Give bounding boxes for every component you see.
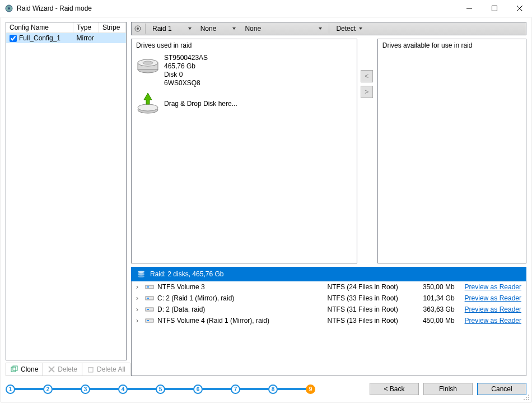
- step-2[interactable]: 2: [43, 385, 81, 394]
- drive-disknum: Disk 0: [164, 71, 208, 79]
- config-list[interactable]: Config Name Type Stripe Full_Config_1 Mi…: [6, 22, 127, 360]
- wizard-steps: 1 2 3 4 5 6 7 8 9: [6, 385, 365, 394]
- volume-icon: [145, 316, 154, 325]
- back-button[interactable]: < Back: [370, 383, 419, 395]
- transfer-buttons: < >: [361, 39, 374, 263]
- raid-summary-text: Raid: 2 disks, 465,76 Gb: [150, 270, 223, 278]
- window-title: Raid Wizard - Raid mode: [17, 4, 456, 12]
- trash-icon: [87, 365, 95, 373]
- raid-dropdown[interactable]: Raid 1: [149, 25, 195, 33]
- config-row-name: Full_Config_1: [19, 34, 60, 42]
- raid-volume-list: › NTFS Volume 3 NTFS (24 Files in Root) …: [131, 281, 526, 376]
- config-row-type: Mirror: [73, 33, 99, 44]
- chevron-right-icon[interactable]: ›: [136, 294, 142, 302]
- disk-stack-icon: [137, 270, 146, 279]
- volume-icon: [145, 294, 154, 303]
- finish-button[interactable]: Finish: [423, 383, 473, 395]
- preview-link[interactable]: Preview as Reader: [465, 283, 521, 291]
- step-4[interactable]: 4: [118, 385, 156, 394]
- chevron-right-icon[interactable]: ›: [136, 317, 142, 325]
- config-row-stripe: [99, 33, 126, 44]
- drives-used-header: Drives used in raid: [132, 39, 357, 52]
- detect-dropdown[interactable]: Detect: [333, 25, 366, 33]
- delete-all-button[interactable]: Delete All: [82, 363, 130, 376]
- svg-rect-6: [11, 367, 16, 372]
- svg-point-19: [138, 104, 158, 111]
- toolbar: Raid 1 None None Detect: [131, 22, 526, 35]
- svg-point-1: [8, 7, 10, 10]
- svg-point-13: [137, 27, 139, 30]
- delete-button[interactable]: Delete: [43, 363, 82, 376]
- drop-arrow-icon: [136, 92, 160, 115]
- drop-hint: Drag & Drop Disk here...: [164, 100, 237, 108]
- step-9[interactable]: 9: [306, 385, 317, 394]
- clone-icon: [11, 365, 18, 373]
- svg-rect-24: [147, 286, 149, 288]
- app-icon: [4, 4, 13, 13]
- svg-rect-3: [492, 6, 497, 11]
- drop-target[interactable]: Drag & Drop Disk here...: [132, 90, 357, 118]
- list-item[interactable]: › NTFS Volume 4 (Raid 1 (Mirror), raid) …: [132, 315, 526, 326]
- step-1[interactable]: 1: [6, 385, 43, 394]
- svg-rect-28: [147, 309, 149, 310]
- list-item[interactable]: › C: 2 (Raid 1 (Mirror), raid) NTFS (33 …: [132, 293, 526, 304]
- wizard-footer: 1 2 3 4 5 6 7 8 9 < Back Finish Cancel: [6, 381, 526, 397]
- col-config-name[interactable]: Config Name: [6, 22, 73, 33]
- raid-summary-bar[interactable]: Raid: 2 disks, 465,76 Gb: [131, 267, 526, 281]
- drive-item[interactable]: ST9500423AS 465,76 Gb Disk 0 6WS0XSQ8: [132, 52, 357, 90]
- gear-icon[interactable]: [134, 25, 142, 33]
- svg-point-20: [138, 271, 144, 273]
- step-3[interactable]: 3: [81, 385, 118, 394]
- svg-rect-7: [13, 366, 17, 370]
- chevron-right-icon[interactable]: ›: [136, 305, 142, 313]
- svg-point-22: [138, 275, 144, 277]
- disk-icon: [136, 54, 160, 77]
- right-pane: Raid 1 None None Detect Drives used in r…: [131, 22, 526, 376]
- results-panel: Raid: 2 disks, 465,76 Gb › NTFS Volume 3…: [131, 267, 526, 376]
- chevron-right-icon[interactable]: ›: [136, 283, 142, 291]
- drive-model: ST9500423AS: [164, 54, 208, 62]
- svg-rect-26: [147, 298, 149, 299]
- config-row[interactable]: Full_Config_1 Mirror: [6, 33, 126, 44]
- preview-link[interactable]: Preview as Reader: [465, 305, 521, 313]
- resize-grip-icon[interactable]: [523, 394, 530, 401]
- list-item[interactable]: › D: 2 (Data, raid) NTFS (31 Files in Ro…: [132, 304, 526, 315]
- svg-point-32: [526, 397, 527, 398]
- preview-link[interactable]: Preview as Reader: [465, 294, 521, 302]
- config-row-checkbox[interactable]: [10, 35, 17, 42]
- svg-point-17: [143, 61, 153, 64]
- drive-size: 465,76 Gb: [164, 62, 208, 71]
- preview-link[interactable]: Preview as Reader: [465, 317, 521, 325]
- cancel-button[interactable]: Cancel: [477, 383, 526, 395]
- clone-button[interactable]: Clone: [6, 363, 43, 376]
- delete-icon: [48, 365, 55, 373]
- list-item[interactable]: › NTFS Volume 3 NTFS (24 Files in Root) …: [132, 281, 526, 293]
- step-5[interactable]: 5: [156, 385, 193, 394]
- drive-serial: 6WS0XSQ8: [164, 79, 208, 87]
- svg-rect-10: [88, 368, 93, 372]
- maximize-button[interactable]: [482, 0, 507, 17]
- close-button[interactable]: [507, 0, 532, 17]
- drives-used-panel: Drives used in raid ST9500423AS 465,76 G…: [131, 39, 357, 263]
- svg-point-33: [528, 397, 529, 398]
- step-7[interactable]: 7: [231, 385, 268, 394]
- left-pane: Config Name Type Stripe Full_Config_1 Mi…: [6, 22, 127, 376]
- drives-avail-header: Drives available for use in raid: [378, 39, 526, 52]
- svg-point-21: [138, 273, 144, 275]
- toolbar-dd2[interactable]: None: [241, 25, 325, 33]
- move-right-button[interactable]: >: [361, 86, 373, 98]
- col-stripe[interactable]: Stripe: [99, 22, 126, 33]
- minimize-button[interactable]: [456, 0, 482, 17]
- svg-point-34: [524, 399, 525, 400]
- col-type[interactable]: Type: [73, 22, 99, 33]
- svg-point-36: [528, 399, 529, 400]
- volume-icon: [145, 305, 154, 314]
- step-8[interactable]: 8: [268, 385, 306, 394]
- svg-point-31: [528, 395, 529, 396]
- move-left-button[interactable]: <: [361, 70, 373, 82]
- svg-point-35: [526, 399, 527, 400]
- svg-rect-30: [147, 320, 149, 321]
- step-6[interactable]: 6: [193, 385, 231, 394]
- volume-icon: [145, 282, 154, 291]
- toolbar-dd1[interactable]: None: [197, 25, 240, 33]
